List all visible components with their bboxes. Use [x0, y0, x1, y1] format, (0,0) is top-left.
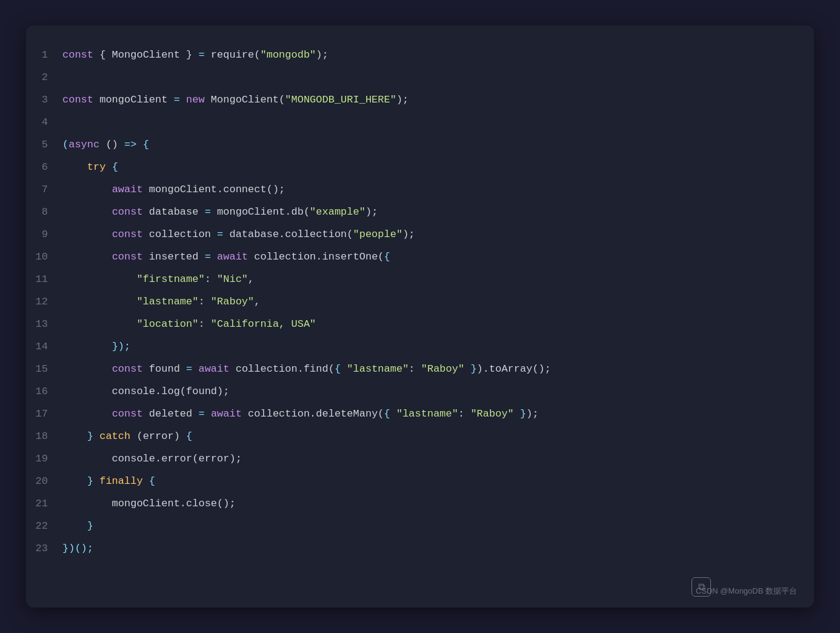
- line-number: 18: [26, 425, 62, 447]
- line-content: await mongoClient.connect();: [62, 178, 291, 201]
- line-content: } finally {: [62, 470, 155, 492]
- line-content: (async () => {: [62, 133, 149, 156]
- line-number: 19: [26, 447, 62, 470]
- line-number: 21: [26, 492, 62, 515]
- code-line: 19 console.error(error);: [26, 447, 814, 470]
- line-number: 10: [26, 246, 62, 268]
- line-content: [62, 111, 68, 133]
- code-line: 5(async () => {: [26, 133, 814, 156]
- code-line: 20 } finally {: [26, 470, 814, 492]
- code-line: 7 await mongoClient.connect();: [26, 178, 814, 201]
- line-number: 16: [26, 380, 62, 403]
- line-number: 7: [26, 178, 62, 201]
- line-number: 20: [26, 470, 62, 492]
- line-number: 14: [26, 335, 62, 358]
- line-content: console.error(error);: [62, 447, 248, 470]
- code-line: 6 try {: [26, 156, 814, 178]
- code-line: 21 mongoClient.close();: [26, 492, 814, 515]
- line-number: 22: [26, 515, 62, 537]
- line-number: 8: [26, 201, 62, 223]
- line-content: const mongoClient = new MongoClient("MON…: [62, 89, 415, 111]
- line-content: const collection = database.collection("…: [62, 223, 421, 246]
- line-content: } catch (error) {: [62, 425, 192, 447]
- code-line: 10 const inserted = await collection.ins…: [26, 246, 814, 268]
- line-number: 11: [26, 268, 62, 290]
- line-number: 5: [26, 133, 62, 156]
- code-line: 23})();: [26, 537, 814, 560]
- line-number: 3: [26, 89, 62, 111]
- code-line: 3const mongoClient = new MongoClient("MO…: [26, 89, 814, 111]
- code-line: 11 "firstname": "Nic",: [26, 268, 814, 290]
- line-number: 1: [26, 44, 62, 66]
- line-content: try {: [62, 156, 118, 178]
- code-line: 9 const collection = database.collection…: [26, 223, 814, 246]
- line-number: 9: [26, 223, 62, 246]
- code-line: 18 } catch (error) {: [26, 425, 814, 447]
- line-content: "firstname": "Nic",: [62, 268, 254, 290]
- code-line: 14 });: [26, 335, 814, 358]
- code-line: 15 const found = await collection.find({…: [26, 358, 814, 380]
- line-content: });: [62, 335, 130, 358]
- line-content: "location": "California, USA": [62, 313, 316, 335]
- code-line: 8 const database = mongoClient.db("examp…: [26, 201, 814, 223]
- code-line: 2: [26, 66, 814, 89]
- line-number: 6: [26, 156, 62, 178]
- line-number: 2: [26, 66, 62, 89]
- line-number: 4: [26, 111, 62, 133]
- code-line: 22 }: [26, 515, 814, 537]
- line-content: const database = mongoClient.db("example…: [62, 201, 384, 223]
- line-content: [62, 66, 68, 89]
- line-content: console.log(found);: [62, 380, 236, 403]
- line-content: const deleted = await collection.deleteM…: [62, 403, 545, 425]
- code-container: 1const { MongoClient } = require("mongod…: [26, 38, 814, 566]
- line-number: 23: [26, 537, 62, 560]
- line-content: const inserted = await collection.insert…: [62, 246, 390, 268]
- line-content: mongoClient.close();: [62, 492, 242, 515]
- code-line: 12 "lastname": "Raboy",: [26, 290, 814, 313]
- line-content: })();: [62, 537, 93, 560]
- line-content: "lastname": "Raboy",: [62, 290, 260, 313]
- code-line: 13 "location": "California, USA": [26, 313, 814, 335]
- code-line: 17 const deleted = await collection.dele…: [26, 403, 814, 425]
- line-number: 12: [26, 290, 62, 313]
- line-content: const { MongoClient } = require("mongodb…: [62, 44, 335, 66]
- line-content: }: [62, 515, 93, 537]
- code-line: 16 console.log(found);: [26, 380, 814, 403]
- code-line: 4: [26, 111, 814, 133]
- code-window: 1const { MongoClient } = require("mongod…: [26, 25, 814, 608]
- line-number: 17: [26, 403, 62, 425]
- line-content: const found = await collection.find({ "l…: [62, 358, 557, 380]
- line-number: 15: [26, 358, 62, 380]
- code-line: 1const { MongoClient } = require("mongod…: [26, 44, 814, 66]
- line-number: 13: [26, 313, 62, 335]
- watermark: CSDN @MongoDB 数据平台: [696, 586, 797, 597]
